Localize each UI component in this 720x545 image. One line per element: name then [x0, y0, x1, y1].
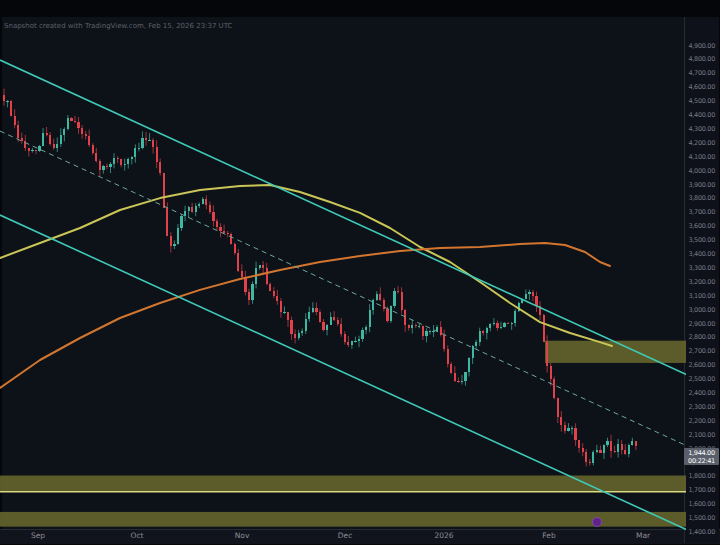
- candle-body: [447, 349, 449, 364]
- candle-body: [127, 159, 129, 164]
- last-price-value: 1,944.00: [684, 449, 719, 457]
- candle-body: [74, 121, 76, 122]
- candle-body: [557, 398, 559, 417]
- candle-body: [393, 291, 395, 305]
- candle-body: [63, 129, 65, 135]
- candle-body: [546, 342, 548, 367]
- candle-body: [525, 294, 527, 300]
- candle-body: [429, 331, 431, 332]
- candle-body: [152, 140, 154, 147]
- candle-body: [99, 161, 101, 170]
- candle-body: [379, 294, 381, 300]
- candle-body: [365, 327, 367, 330]
- price-tick-label: 2,800.00: [685, 334, 715, 341]
- candle-body: [244, 277, 246, 292]
- price-tick-label: 2,900.00: [685, 321, 715, 328]
- time-tick-label: Feb: [542, 531, 555, 540]
- candle-body: [156, 147, 158, 163]
- candle-body: [457, 381, 459, 382]
- candle-body: [312, 308, 314, 312]
- candle-body: [251, 284, 253, 300]
- time-tick-label: 2026: [434, 531, 453, 540]
- candle-body: [553, 379, 555, 398]
- candle-body: [124, 164, 126, 165]
- price-chart-canvas[interactable]: [0, 0, 720, 545]
- price-tick-label: 4,700.00: [685, 70, 715, 77]
- candle-body: [131, 157, 133, 159]
- candle-body: [589, 462, 591, 463]
- candle-body: [475, 342, 477, 347]
- candle-body: [138, 148, 140, 149]
- price-tick-label: 1,500.00: [685, 515, 715, 522]
- candle-body: [266, 268, 268, 284]
- price-tick-label: 3,300.00: [685, 265, 715, 272]
- candle-body: [330, 317, 332, 324]
- candle-body: [227, 233, 229, 235]
- candle-body: [635, 441, 637, 446]
- candle-body: [49, 135, 51, 144]
- candle-body: [454, 373, 456, 381]
- price-tick-label: 4,600.00: [685, 84, 715, 91]
- candle-body: [10, 101, 12, 116]
- time-tick-label: Mar: [636, 531, 650, 540]
- time-axis-labels[interactable]: SepOctNovDec2026FebMar: [0, 531, 720, 543]
- candle-body: [141, 138, 143, 148]
- candle-body: [361, 330, 363, 339]
- candle-body: [77, 122, 79, 128]
- price-tick-label: 2,500.00: [685, 376, 715, 383]
- candle-body: [358, 339, 360, 341]
- candle-body: [503, 323, 505, 327]
- price-tick-label: 4,000.00: [685, 168, 715, 175]
- candle-body: [81, 128, 83, 135]
- candle-body: [507, 323, 509, 324]
- demand-zone-1[interactable]: [0, 476, 686, 492]
- candle-body: [408, 325, 410, 327]
- channel-lower-trendline[interactable]: [0, 215, 720, 545]
- candle-body: [17, 125, 19, 138]
- candle-body: [102, 166, 104, 170]
- candle-body: [28, 148, 30, 151]
- demand-zone-1-edge: [0, 491, 686, 493]
- candle-body: [621, 444, 623, 451]
- price-tick-label: 1,700.00: [685, 487, 715, 494]
- candle-body: [574, 428, 576, 440]
- price-tick-label: 4,200.00: [685, 140, 715, 147]
- candle-body: [6, 101, 8, 102]
- price-tick-label: 3,600.00: [685, 223, 715, 230]
- candle-body: [319, 312, 321, 322]
- purple-badge-icon[interactable]: [593, 518, 602, 527]
- candle-body: [425, 331, 427, 335]
- price-tick-label: 1,800.00: [685, 473, 715, 480]
- candle-body: [53, 144, 55, 148]
- candle-body: [564, 425, 566, 431]
- candle-body: [106, 166, 108, 167]
- demand-zone-2[interactable]: [0, 512, 686, 527]
- candle-body: [191, 207, 193, 212]
- candle-body: [489, 324, 491, 328]
- price-tick-label: 2,400.00: [685, 390, 715, 397]
- time-tick-label: Sep: [31, 531, 45, 540]
- candle-body: [120, 159, 122, 164]
- candle-body: [500, 327, 502, 329]
- candle-body: [42, 133, 44, 145]
- candle-body: [38, 146, 40, 151]
- candle-body: [440, 327, 442, 334]
- candle-body: [337, 320, 339, 324]
- candle-body: [482, 331, 484, 333]
- candle-body: [70, 118, 72, 121]
- candle-body: [177, 228, 179, 244]
- candle-body: [401, 292, 403, 309]
- candle-body: [290, 320, 292, 334]
- candle-body: [422, 326, 424, 336]
- candle-body: [567, 428, 569, 430]
- candle-body: [95, 153, 97, 161]
- candle-body: [170, 236, 172, 246]
- candle-body: [209, 205, 211, 212]
- candle-body: [109, 164, 111, 168]
- channel-mid-trendline[interactable]: [0, 131, 720, 461]
- candle-body: [259, 265, 261, 268]
- candle-body: [436, 327, 438, 331]
- ma-slow-line[interactable]: [0, 243, 610, 388]
- candle-body: [333, 317, 335, 320]
- supply-zone[interactable]: [545, 341, 686, 363]
